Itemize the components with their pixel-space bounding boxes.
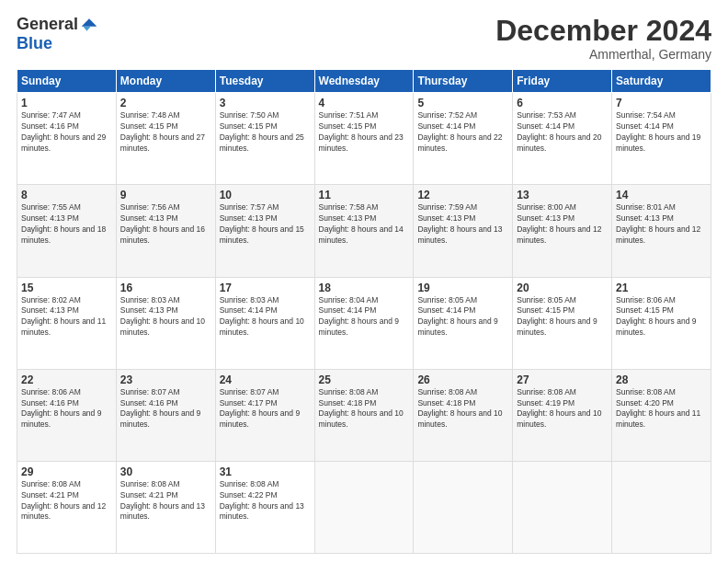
day-info: Sunrise: 8:07 AMSunset: 4:16 PMDaylight:… xyxy=(120,387,211,431)
day-info: Sunrise: 8:03 AMSunset: 4:14 PMDaylight:… xyxy=(220,295,311,339)
calendar-cell: 6Sunrise: 7:53 AMSunset: 4:14 PMDaylight… xyxy=(513,93,612,185)
day-info: Sunrise: 8:03 AMSunset: 4:13 PMDaylight:… xyxy=(120,295,211,339)
day-number: 16 xyxy=(120,282,211,294)
day-number: 31 xyxy=(220,465,311,478)
day-info: Sunrise: 8:07 AMSunset: 4:17 PMDaylight:… xyxy=(220,387,311,431)
day-number: 17 xyxy=(220,282,311,294)
calendar-cell: 7Sunrise: 7:54 AMSunset: 4:14 PMDaylight… xyxy=(612,93,711,185)
day-info: Sunrise: 8:08 AMSunset: 4:22 PMDaylight:… xyxy=(220,479,311,523)
calendar-cell xyxy=(414,461,513,553)
day-number: 20 xyxy=(517,282,608,294)
week-row-4: 22Sunrise: 8:06 AMSunset: 4:16 PMDayligh… xyxy=(17,369,711,461)
calendar-cell: 27Sunrise: 8:08 AMSunset: 4:19 PMDayligh… xyxy=(513,369,612,461)
logo-general-text: General xyxy=(17,15,78,34)
day-info: Sunrise: 8:06 AMSunset: 4:16 PMDaylight:… xyxy=(21,387,112,431)
page: General Blue December 2024 Ammerthal, Ge… xyxy=(0,0,728,563)
calendar-cell: 17Sunrise: 8:03 AMSunset: 4:14 PMDayligh… xyxy=(215,277,314,369)
day-number: 14 xyxy=(616,189,707,201)
day-header-sunday: Sunday xyxy=(17,70,117,93)
header: General Blue December 2024 Ammerthal, Ge… xyxy=(17,15,711,62)
logo-blue-text: Blue xyxy=(17,34,52,53)
day-number: 10 xyxy=(220,189,311,201)
day-info: Sunrise: 8:08 AMSunset: 4:21 PMDaylight:… xyxy=(120,479,211,523)
title-block: December 2024 Ammerthal, Germany xyxy=(495,15,711,62)
day-number: 30 xyxy=(120,465,211,478)
day-header-monday: Monday xyxy=(116,70,215,93)
day-number: 7 xyxy=(616,97,707,109)
day-number: 8 xyxy=(21,189,112,201)
day-info: Sunrise: 8:08 AMSunset: 4:18 PMDaylight:… xyxy=(417,387,508,431)
day-info: Sunrise: 8:08 AMSunset: 4:19 PMDaylight:… xyxy=(517,387,608,431)
day-header-thursday: Thursday xyxy=(414,70,513,93)
calendar-cell: 29Sunrise: 8:08 AMSunset: 4:21 PMDayligh… xyxy=(17,461,117,553)
calendar-cell: 25Sunrise: 8:08 AMSunset: 4:18 PMDayligh… xyxy=(314,369,414,461)
calendar-cell: 18Sunrise: 8:04 AMSunset: 4:14 PMDayligh… xyxy=(314,277,414,369)
calendar-cell xyxy=(513,461,612,553)
day-info: Sunrise: 7:55 AMSunset: 4:13 PMDaylight:… xyxy=(21,202,112,247)
day-number: 25 xyxy=(319,373,410,386)
day-info: Sunrise: 8:08 AMSunset: 4:21 PMDaylight:… xyxy=(21,479,112,523)
calendar-cell: 5Sunrise: 7:52 AMSunset: 4:14 PMDaylight… xyxy=(414,93,513,185)
day-number: 21 xyxy=(616,282,707,294)
calendar-cell xyxy=(612,461,711,553)
day-number: 9 xyxy=(120,189,211,201)
week-row-2: 8Sunrise: 7:55 AMSunset: 4:13 PMDaylight… xyxy=(17,185,711,277)
day-number: 11 xyxy=(319,189,410,201)
day-header-tuesday: Tuesday xyxy=(215,70,314,93)
week-row-1: 1Sunrise: 7:47 AMSunset: 4:16 PMDaylight… xyxy=(17,93,711,185)
day-number: 2 xyxy=(120,97,211,109)
calendar-cell: 24Sunrise: 8:07 AMSunset: 4:17 PMDayligh… xyxy=(215,369,314,461)
day-number: 27 xyxy=(517,373,608,386)
calendar-cell: 21Sunrise: 8:06 AMSunset: 4:15 PMDayligh… xyxy=(612,277,711,369)
day-number: 1 xyxy=(21,97,112,109)
day-number: 29 xyxy=(21,465,112,478)
week-row-5: 29Sunrise: 8:08 AMSunset: 4:21 PMDayligh… xyxy=(17,461,711,553)
calendar-cell: 30Sunrise: 8:08 AMSunset: 4:21 PMDayligh… xyxy=(116,461,215,553)
day-number: 4 xyxy=(319,97,410,109)
calendar-cell: 22Sunrise: 8:06 AMSunset: 4:16 PMDayligh… xyxy=(17,369,117,461)
logo: General Blue xyxy=(17,15,98,53)
day-info: Sunrise: 7:47 AMSunset: 4:16 PMDaylight:… xyxy=(21,110,112,155)
day-info: Sunrise: 7:51 AMSunset: 4:15 PMDaylight:… xyxy=(319,110,410,155)
day-number: 18 xyxy=(319,282,410,294)
day-info: Sunrise: 8:08 AMSunset: 4:20 PMDaylight:… xyxy=(616,387,707,431)
day-number: 19 xyxy=(417,282,508,294)
day-info: Sunrise: 8:05 AMSunset: 4:14 PMDaylight:… xyxy=(417,295,508,339)
svg-marker-0 xyxy=(82,18,97,26)
logo-icon xyxy=(80,16,98,34)
day-number: 6 xyxy=(517,97,608,109)
day-info: Sunrise: 8:08 AMSunset: 4:18 PMDaylight:… xyxy=(319,387,410,431)
calendar-cell: 1Sunrise: 7:47 AMSunset: 4:16 PMDaylight… xyxy=(17,93,117,185)
day-info: Sunrise: 7:58 AMSunset: 4:13 PMDaylight:… xyxy=(319,202,410,247)
day-header-wednesday: Wednesday xyxy=(314,70,414,93)
day-number: 13 xyxy=(517,189,608,201)
header-row: SundayMondayTuesdayWednesdayThursdayFrid… xyxy=(17,70,711,93)
calendar-cell xyxy=(314,461,414,553)
day-header-saturday: Saturday xyxy=(612,70,711,93)
day-number: 24 xyxy=(220,373,311,386)
day-info: Sunrise: 7:48 AMSunset: 4:15 PMDaylight:… xyxy=(120,110,211,155)
day-info: Sunrise: 8:01 AMSunset: 4:13 PMDaylight:… xyxy=(616,202,707,247)
day-header-friday: Friday xyxy=(513,70,612,93)
day-info: Sunrise: 7:57 AMSunset: 4:13 PMDaylight:… xyxy=(220,202,311,247)
day-info: Sunrise: 8:02 AMSunset: 4:13 PMDaylight:… xyxy=(21,295,112,339)
calendar-cell: 12Sunrise: 7:59 AMSunset: 4:13 PMDayligh… xyxy=(414,185,513,277)
week-row-3: 15Sunrise: 8:02 AMSunset: 4:13 PMDayligh… xyxy=(17,277,711,369)
day-number: 23 xyxy=(120,373,211,386)
calendar-cell: 14Sunrise: 8:01 AMSunset: 4:13 PMDayligh… xyxy=(612,185,711,277)
calendar-cell: 31Sunrise: 8:08 AMSunset: 4:22 PMDayligh… xyxy=(215,461,314,553)
calendar-cell: 28Sunrise: 8:08 AMSunset: 4:20 PMDayligh… xyxy=(612,369,711,461)
calendar-cell: 3Sunrise: 7:50 AMSunset: 4:15 PMDaylight… xyxy=(215,93,314,185)
day-info: Sunrise: 7:53 AMSunset: 4:14 PMDaylight:… xyxy=(517,110,608,155)
day-number: 3 xyxy=(220,97,311,109)
day-number: 12 xyxy=(417,189,508,201)
calendar-cell: 10Sunrise: 7:57 AMSunset: 4:13 PMDayligh… xyxy=(215,185,314,277)
day-number: 15 xyxy=(21,282,112,294)
main-title: December 2024 xyxy=(495,15,711,47)
day-number: 22 xyxy=(21,373,112,386)
calendar-cell: 2Sunrise: 7:48 AMSunset: 4:15 PMDaylight… xyxy=(116,93,215,185)
subtitle: Ammerthal, Germany xyxy=(495,47,711,62)
svg-marker-1 xyxy=(83,26,90,30)
calendar-cell: 13Sunrise: 8:00 AMSunset: 4:13 PMDayligh… xyxy=(513,185,612,277)
calendar-cell: 23Sunrise: 8:07 AMSunset: 4:16 PMDayligh… xyxy=(116,369,215,461)
